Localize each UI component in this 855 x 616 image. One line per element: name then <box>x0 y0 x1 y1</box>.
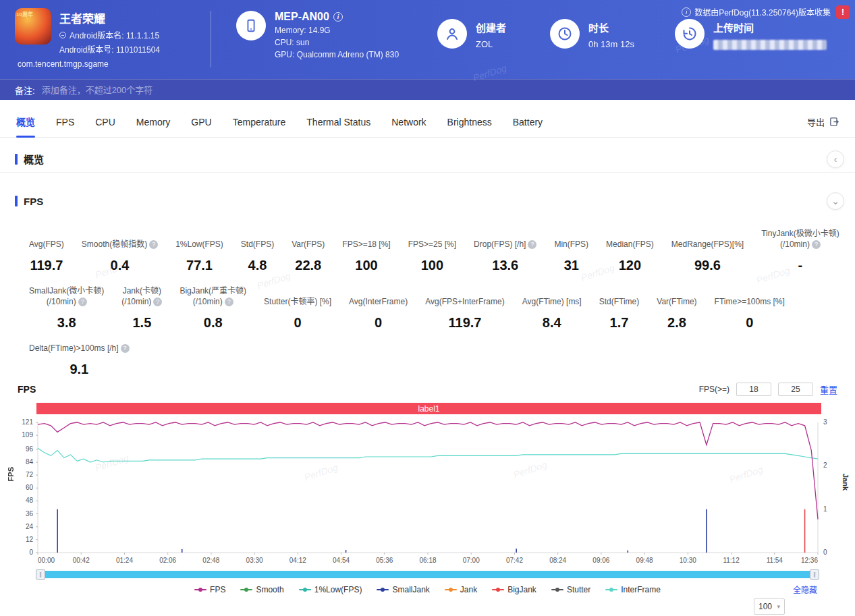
legend-line-icon <box>492 589 504 590</box>
metric-value: 1.5 <box>132 315 151 331</box>
device-info-icon[interactable]: i <box>333 12 343 22</box>
metric-Min(FPS): Min(FPS)31 <box>545 239 597 273</box>
metric-value: 0.4 <box>111 258 130 273</box>
legend-item-BigJank[interactable]: BigJank <box>492 585 536 594</box>
legend-item-InterFrame[interactable]: InterFrame <box>605 585 661 594</box>
tab-CPU[interactable]: CPU <box>95 107 115 138</box>
legend-line-icon <box>551 589 563 590</box>
device-cpu: CPU: sun <box>275 38 399 47</box>
legend-line-icon <box>377 589 389 590</box>
device-model: MEP-AN00 <box>275 11 329 23</box>
metric-label: FTime>=100ms [%] <box>715 296 785 307</box>
scrollbar-left-handle[interactable]: ∥ <box>36 569 45 580</box>
legend-item-FPS[interactable]: FPS <box>194 585 225 594</box>
svg-text:05:36: 05:36 <box>376 557 393 564</box>
metric-value: 2.8 <box>667 315 686 331</box>
metric-Var(FTime): Var(FTime)2.8 <box>648 296 705 331</box>
chart-zoom-scrollbar[interactable]: ∥ ∥ <box>36 569 819 580</box>
svg-text:07:00: 07:00 <box>463 557 480 564</box>
tab-Network[interactable]: Network <box>391 107 426 138</box>
fps-collapse-button[interactable]: ⌄ <box>827 192 844 210</box>
tab-FPS[interactable]: FPS <box>56 107 74 138</box>
metric-value: 100 <box>421 258 443 273</box>
tab-概览[interactable]: 概览 <box>16 107 35 138</box>
metric-value: 13.6 <box>492 258 518 273</box>
legend-item-SmallJank[interactable]: SmallJank <box>377 585 429 594</box>
fps-filter-label: FPS(>=) <box>699 385 729 394</box>
metric-value: 100 <box>355 258 377 273</box>
svg-text:03:30: 03:30 <box>246 557 263 564</box>
metric-Std(FTime): Std(FTime)1.7 <box>590 296 649 331</box>
tab-GPU[interactable]: GPU <box>191 107 211 138</box>
phone-icon <box>236 11 266 40</box>
metric-value: 0 <box>375 315 382 331</box>
note-input[interactable] <box>40 84 840 96</box>
metric-Drop(FPS) [/h]: Drop(FPS) [/h]?13.6 <box>465 239 545 273</box>
tab-Temperature[interactable]: Temperature <box>233 107 286 138</box>
creator-block: 创建者 ZOL <box>437 19 506 49</box>
frame-count-select[interactable]: 100 ▾ <box>754 598 785 615</box>
help-icon[interactable]: ? <box>149 240 158 249</box>
duration-value: 0h 13m 12s <box>588 39 634 49</box>
legend-item-1%Low(FPS)[interactable]: 1%Low(FPS) <box>299 585 362 594</box>
help-icon[interactable]: ? <box>121 344 130 353</box>
svg-text:96: 96 <box>26 445 34 453</box>
chevron-down-icon: ▾ <box>777 603 780 610</box>
metric-label: (/10min)? <box>121 296 162 307</box>
help-icon[interactable]: ? <box>812 240 821 249</box>
section-accent-bar <box>15 154 18 165</box>
fps-chart[interactable]: 01224364860728496109121012300:0000:4201:… <box>0 414 855 568</box>
app-block: 10周年 王者荣耀 Android版本名: 11.1.1.15 Android版… <box>15 8 160 69</box>
fps-chart-header: FPS FPS(>=) 重置 <box>0 381 855 397</box>
svg-text:09:06: 09:06 <box>592 557 609 564</box>
upload-block: 上传时间 <box>675 19 827 50</box>
help-icon[interactable]: ? <box>225 298 233 306</box>
svg-text:02:06: 02:06 <box>159 557 176 564</box>
metric-value: - <box>798 258 803 273</box>
metric-SmallJank(微小卡顿): SmallJank(微小卡顿)(/10min)?3.8 <box>20 285 113 331</box>
y-axis-left-title: FPS <box>7 467 15 481</box>
metric-label: Std(FTime) <box>599 296 640 307</box>
svg-text:09:48: 09:48 <box>636 557 653 564</box>
metric-label: Avg(FPS) <box>29 239 64 250</box>
fps-filter-high-input[interactable] <box>778 383 813 396</box>
tab-Battery[interactable]: Battery <box>513 107 543 138</box>
legend-label: InterFrame <box>621 585 661 594</box>
app-icon-badge: 10周年 <box>16 10 33 18</box>
fps-filter-low-input[interactable] <box>736 383 771 396</box>
svg-text:48: 48 <box>26 497 34 504</box>
tab-Memory[interactable]: Memory <box>136 107 171 138</box>
reset-link[interactable]: 重置 <box>820 383 837 396</box>
legend-item-Jank[interactable]: Jank <box>445 585 477 594</box>
legend-line-icon <box>240 589 252 590</box>
help-icon[interactable]: ? <box>78 298 87 306</box>
metric-label: FPS>=25 [%] <box>408 239 456 250</box>
help-icon[interactable]: ? <box>528 240 536 249</box>
legend-item-Stutter[interactable]: Stutter <box>551 585 590 594</box>
svg-text:0: 0 <box>29 549 33 556</box>
chart-legend: FPSSmooth1%Low(FPS)SmallJankJankBigJankS… <box>0 583 855 596</box>
metric-label: Smooth(稳帧指数)? <box>82 239 158 250</box>
metric-label: 1%Low(FPS) <box>175 239 223 250</box>
legend-label: Stutter <box>567 585 590 594</box>
scrollbar-right-handle[interactable]: ∥ <box>810 569 819 580</box>
tab-Brightness[interactable]: Brightness <box>447 107 492 138</box>
legend-label: BigJank <box>507 585 536 594</box>
note-bar: 备注: <box>0 79 855 100</box>
help-icon[interactable]: ? <box>153 298 162 306</box>
export-button[interactable]: 导出 <box>807 115 840 128</box>
svg-text:11:54: 11:54 <box>767 557 783 564</box>
hide-all-link[interactable]: 全隐藏 <box>793 584 817 595</box>
legend-item-Smooth[interactable]: Smooth <box>240 585 283 594</box>
chart-label-banner-text: label1 <box>418 404 439 414</box>
metric-BigJank(严重卡顿): BigJank(严重卡顿)(/10min)?0.8 <box>171 285 255 331</box>
alert-icon[interactable]: ! <box>836 5 850 19</box>
overview-collapse-button[interactable]: ‹ <box>827 150 844 168</box>
metric-label: Median(FPS) <box>606 239 654 250</box>
metric-label: Avg(FTime) [ms] <box>522 296 582 307</box>
duration-block: 时长 0h 13m 12s <box>550 19 634 49</box>
legend-label: Smooth <box>256 585 283 594</box>
svg-text:01:24: 01:24 <box>116 557 133 564</box>
tab-Thermal Status[interactable]: Thermal Status <box>306 107 370 138</box>
scrollbar-track[interactable] <box>36 571 819 578</box>
